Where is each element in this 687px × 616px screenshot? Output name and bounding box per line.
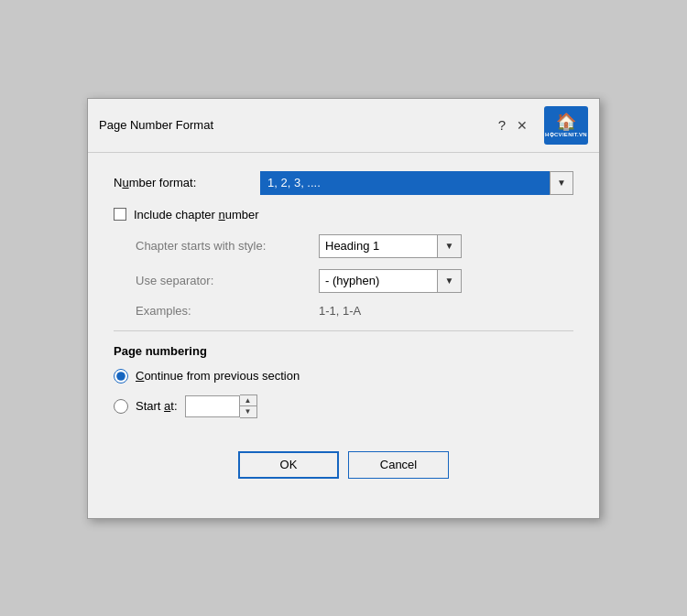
number-format-select: 1, 2, 3, .... ▼ [260,171,573,195]
dialog-footer: OK Cancel [88,437,599,501]
continue-label-underline: C [136,369,144,383]
close-button[interactable]: ✕ [509,114,535,136]
ok-button[interactable]: OK [238,451,339,479]
help-button[interactable]: ? [498,117,506,133]
separator-select-wrapper: - (hyphen) ▼ [319,269,462,293]
spinner-arrows: ▲ ▼ [240,394,257,418]
logo-badge: 🏠 HỌCVIENIT.VN [544,106,588,145]
logo-text: HỌCVIENIT.VN [545,131,587,137]
continue-label: Continue from previous section [136,369,300,383]
title-bar-left: Page Number Format [99,118,213,132]
number-format-label: Number format: [114,176,260,189]
start-at-row: Start at: ▲ ▼ [114,394,573,418]
title-bar: Page Number Format ? ✕ 🏠 HỌCVIENIT.VN [88,99,599,153]
cancel-button[interactable]: Cancel [348,451,449,479]
number-format-value[interactable]: 1, 2, 3, .... [260,171,550,195]
start-at-label: Start at: [136,399,178,413]
start-at-input[interactable] [185,395,240,417]
include-chapter-label: Include chapter number [134,208,259,222]
examples-row: Examples: 1-1, 1-A [136,304,573,318]
spinner-up-button[interactable]: ▲ [240,395,256,406]
include-chapter-row: Include chapter number [114,208,573,222]
examples-label: Examples: [136,304,319,318]
start-at-label-underline: a [164,399,170,413]
chapter-style-value[interactable]: Heading 1 [319,234,438,258]
page-number-format-dialog: Page Number Format ? ✕ 🏠 HỌCVIENIT.VN Nu… [87,98,600,519]
separator-dropdown-arrow[interactable]: ▼ [438,269,462,293]
number-format-dropdown-arrow[interactable]: ▼ [550,171,573,195]
separator-value[interactable]: - (hyphen) [319,269,438,293]
chapter-style-label: Chapter starts with style: [136,239,319,253]
dialog-title: Page Number Format [99,118,213,132]
chapter-style-row: Chapter starts with style: Heading 1 ▼ [136,234,573,258]
number-format-row: Number format: 1, 2, 3, .... ▼ [114,171,573,195]
include-chapter-label-underline: n [219,208,225,222]
page-numbering-section: Page numbering Continue from previous se… [114,344,573,418]
spinner-wrapper: ▲ ▼ [185,394,257,418]
indent-section: Chapter starts with style: Heading 1 ▼ U… [136,234,573,318]
number-format-label-text: u [122,176,128,189]
separator-label: Use separator: [136,274,319,287]
continue-radio[interactable] [114,369,128,384]
chapter-style-select-wrapper: Heading 1 ▼ [319,234,462,258]
title-bar-right: ? ✕ 🏠 HỌCVIENIT.VN [498,106,588,145]
separator-row: Use separator: - (hyphen) ▼ [136,269,573,293]
examples-value: 1-1, 1-A [319,304,361,318]
chapter-style-dropdown-arrow[interactable]: ▼ [438,234,462,258]
logo-icon: 🏠 [556,113,576,130]
dialog-body: Number format: 1, 2, 3, .... ▼ Include c… [88,153,599,437]
spinner-down-button[interactable]: ▼ [240,406,256,417]
page-numbering-title: Page numbering [114,344,573,358]
section-divider [114,330,573,331]
continue-radio-row: Continue from previous section [114,369,573,384]
start-at-radio[interactable] [114,399,128,414]
include-chapter-checkbox[interactable] [114,208,126,221]
